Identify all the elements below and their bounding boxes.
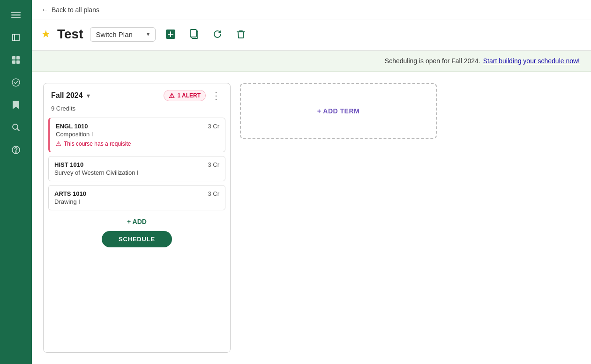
switch-plan-dropdown[interactable]: Switch Plan ▾	[90, 27, 156, 42]
chevron-down-icon: ▾	[147, 31, 150, 37]
alert-badge-label: 1 ALERT	[177, 92, 201, 99]
svg-rect-1	[11, 15, 21, 16]
svg-rect-2	[11, 17, 21, 19]
course-card-hist1010[interactable]: HIST 1010 3 Cr Survey of Western Civiliz…	[48, 156, 225, 181]
header-row: ★ Test Switch Plan ▾	[32, 20, 591, 51]
course-code: HIST 1010	[54, 161, 83, 168]
course-card-engl1010[interactable]: ENGL 1010 3 Cr Composition I ⚠ This cour…	[48, 118, 225, 152]
course-top: ARTS 1010 3 Cr	[54, 190, 219, 197]
course-name: Survey of Western Civilization I	[54, 169, 219, 176]
alert-badge[interactable]: ⚠ 1 ALERT	[164, 90, 206, 101]
sidebar-icon-checklist[interactable]	[7, 73, 25, 92]
course-name: Composition I	[56, 131, 219, 138]
alert-banner-message: Scheduling is open for Fall 2024.	[385, 57, 480, 65]
svg-point-7	[12, 79, 20, 86]
svg-point-10	[15, 152, 16, 153]
add-term-card[interactable]: + ADD TERM	[240, 83, 437, 139]
top-nav: ← Back to all plans	[32, 0, 591, 20]
term-dropdown-icon[interactable]: ▾	[87, 92, 90, 99]
sidebar-icon-help[interactable]	[7, 141, 25, 159]
alert-banner-link[interactable]: Start building your schedule now!	[483, 57, 580, 65]
svg-rect-4	[16, 56, 20, 59]
term-card: Fall 2024 ▾ ⚠ 1 ALERT ⋮ 9 Credits ENGL 1…	[43, 83, 231, 353]
term-header: Fall 2024 ▾ ⚠ 1 ALERT ⋮	[44, 83, 230, 105]
term-actions: + ADD SCHEDULE	[44, 210, 230, 257]
term-title: Fall 2024	[51, 91, 83, 100]
alert-dot-icon: ⚠	[169, 92, 175, 99]
back-link[interactable]: ← Back to all plans	[41, 6, 99, 14]
alert-banner: Scheduling is open for Fall 2024. Start …	[32, 51, 591, 72]
term-more-icon[interactable]: ⋮	[209, 90, 223, 101]
course-card-arts1010[interactable]: ARTS 1010 3 Cr Drawing I	[48, 185, 225, 210]
main-content: ← Back to all plans ★ Test Switch Plan ▾	[32, 0, 591, 364]
add-button[interactable]	[162, 26, 179, 43]
course-credits: 3 Cr	[208, 190, 219, 197]
svg-rect-13	[190, 30, 196, 37]
svg-rect-0	[11, 12, 21, 13]
switch-plan-label: Switch Plan	[96, 30, 133, 38]
course-credits: 3 Cr	[208, 161, 219, 168]
course-code: ENGL 1010	[56, 123, 88, 130]
term-title-group: Fall 2024 ▾	[51, 91, 90, 100]
course-alert-msg: ⚠ This course has a requisite	[56, 140, 219, 147]
course-credits: 3 Cr	[208, 123, 219, 130]
sidebar	[0, 0, 32, 364]
course-top: HIST 1010 3 Cr	[54, 161, 219, 168]
copy-button[interactable]	[186, 26, 202, 43]
term-header-right: ⚠ 1 ALERT ⋮	[164, 90, 223, 101]
star-icon[interactable]: ★	[41, 28, 51, 40]
course-alert-text: This course has a requisite	[64, 141, 131, 147]
term-credits: 9 Credits	[44, 105, 230, 118]
svg-rect-3	[12, 56, 15, 59]
sidebar-icon-menu[interactable]	[7, 6, 25, 24]
refresh-button[interactable]	[209, 26, 226, 43]
svg-rect-5	[12, 60, 15, 64]
sidebar-icon-bookmark[interactable]	[7, 96, 25, 114]
back-link-label: Back to all plans	[52, 6, 99, 14]
back-arrow-icon: ←	[41, 6, 49, 14]
course-code: ARTS 1010	[54, 190, 86, 197]
alert-circle-icon: ⚠	[56, 140, 61, 147]
sidebar-icon-dashboard[interactable]	[7, 51, 25, 69]
course-top: ENGL 1010 3 Cr	[56, 123, 219, 130]
svg-point-8	[13, 124, 18, 129]
sidebar-icon-search[interactable]	[7, 118, 25, 137]
delete-button[interactable]	[232, 26, 249, 43]
schedule-button[interactable]: SCHEDULE	[102, 231, 172, 247]
svg-rect-6	[16, 60, 20, 64]
sidebar-icon-book[interactable]	[7, 28, 25, 47]
course-list: ENGL 1010 3 Cr Composition I ⚠ This cour…	[44, 118, 230, 210]
plan-title: Test	[57, 27, 83, 42]
add-term-label: + ADD TERM	[317, 107, 359, 115]
course-name: Drawing I	[54, 198, 219, 205]
add-course-link[interactable]: + ADD	[127, 218, 147, 225]
content-area: Fall 2024 ▾ ⚠ 1 ALERT ⋮ 9 Credits ENGL 1…	[32, 72, 591, 364]
